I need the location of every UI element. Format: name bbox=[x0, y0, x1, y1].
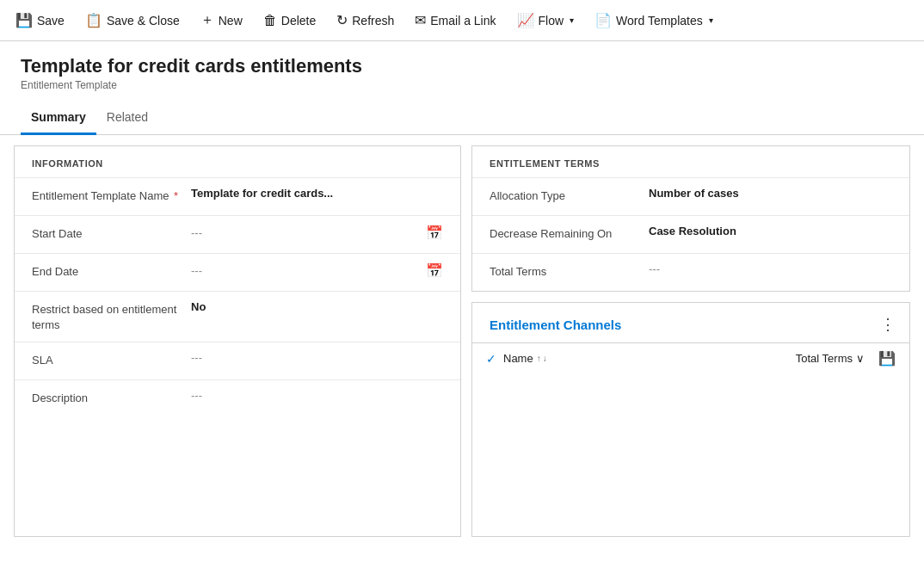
refresh-button[interactable]: ↻ Refresh bbox=[328, 7, 403, 34]
email-link-button[interactable]: ✉ Email a Link bbox=[406, 7, 504, 34]
channels-header: Entitlement Channels ⋮ bbox=[472, 303, 909, 342]
save-label: Save bbox=[37, 14, 65, 28]
field-row-sla: SLA --- bbox=[15, 342, 460, 379]
field-label-total-terms: Total Terms bbox=[490, 262, 649, 280]
required-star: * bbox=[174, 189, 178, 202]
save-close-button[interactable]: 📋 Save & Close bbox=[77, 7, 188, 34]
field-value-description[interactable]: --- bbox=[191, 389, 443, 402]
field-value-allocation-type[interactable]: Number of cases bbox=[649, 187, 892, 200]
field-row-allocation-type: Allocation Type Number of cases bbox=[472, 177, 909, 215]
sort-desc-icon[interactable]: ↓ bbox=[543, 354, 547, 363]
flow-button[interactable]: 📈 Flow ▾ bbox=[508, 7, 583, 34]
flow-chevron-icon: ▾ bbox=[570, 15, 574, 25]
tab-bar: Summary Related bbox=[0, 102, 924, 135]
channels-table-header: ✓ Name ↑ ↓ Total Terms ∨ 💾 bbox=[472, 342, 909, 373]
page-subtitle: Entitlement Template bbox=[21, 79, 903, 91]
field-value-total-terms[interactable]: --- bbox=[649, 262, 892, 275]
field-value-decrease-remaining[interactable]: Case Resolution bbox=[649, 225, 892, 237]
field-label-allocation-type: Allocation Type bbox=[490, 187, 649, 204]
name-sort-icons[interactable]: ↑ ↓ bbox=[537, 354, 547, 363]
sort-asc-icon[interactable]: ↑ bbox=[537, 354, 541, 363]
right-panel: ENTITLEMENT TERMS Allocation Type Number… bbox=[471, 145, 910, 537]
field-value-restrict[interactable]: No bbox=[191, 300, 443, 313]
tab-related[interactable]: Related bbox=[96, 102, 158, 135]
field-label-end-date: End Date bbox=[32, 262, 191, 280]
word-templates-button[interactable]: 📄 Word Templates ▾ bbox=[586, 7, 722, 34]
field-row-name: Entitlement Template Name * Template for… bbox=[15, 177, 460, 215]
flow-label: Flow bbox=[539, 14, 564, 28]
field-value-sla[interactable]: --- bbox=[191, 351, 443, 364]
field-row-start-date: Start Date --- 📅 bbox=[15, 215, 460, 253]
field-label-start-date: Start Date bbox=[32, 225, 191, 242]
field-label-description: Description bbox=[32, 389, 191, 406]
field-label-restrict: Restrict based on entitlement terms bbox=[32, 300, 191, 333]
field-label-decrease-remaining: Decrease Remaining On bbox=[490, 225, 649, 242]
email-link-label: Email a Link bbox=[430, 14, 496, 28]
field-row-restrict: Restrict based on entitlement terms No bbox=[15, 291, 460, 342]
new-label: New bbox=[219, 14, 243, 28]
information-panel: INFORMATION Entitlement Template Name * … bbox=[14, 145, 461, 537]
end-date-calendar-icon[interactable]: 📅 bbox=[426, 262, 443, 279]
save-close-label: Save & Close bbox=[107, 14, 180, 28]
toolbar: 💾 Save 📋 Save & Close ＋ New 🗑 Delete ↻ R… bbox=[0, 0, 924, 41]
field-label-name: Entitlement Template Name * bbox=[32, 187, 191, 204]
refresh-label: Refresh bbox=[352, 14, 394, 28]
save-grid-icon[interactable]: 💾 bbox=[878, 350, 896, 367]
total-terms-chevron-icon[interactable]: ∨ bbox=[856, 352, 865, 365]
page-title: Template for credit cards entitlements bbox=[21, 55, 903, 77]
save-icon: 💾 bbox=[15, 12, 33, 28]
field-row-total-terms: Total Terms --- bbox=[472, 253, 909, 291]
new-button[interactable]: ＋ New bbox=[192, 6, 251, 34]
word-templates-label: Word Templates bbox=[616, 14, 703, 28]
field-row-decrease-remaining: Decrease Remaining On Case Resolution bbox=[472, 215, 909, 253]
email-icon: ✉ bbox=[415, 12, 426, 28]
field-value-name[interactable]: Template for credit cards... bbox=[191, 187, 443, 200]
field-value-end-date[interactable]: --- 📅 bbox=[191, 262, 443, 279]
field-row-description: Description --- bbox=[15, 379, 460, 417]
delete-icon: 🗑 bbox=[263, 13, 277, 28]
field-value-start-date[interactable]: --- 📅 bbox=[191, 225, 443, 241]
entitlement-terms-title: ENTITLEMENT TERMS bbox=[472, 146, 909, 177]
entitlement-channels-card: Entitlement Channels ⋮ ✓ Name ↑ ↓ Total … bbox=[471, 302, 910, 537]
information-section-title: INFORMATION bbox=[15, 146, 460, 177]
delete-label: Delete bbox=[281, 14, 316, 28]
page-header: Template for credit cards entitlements E… bbox=[0, 41, 924, 91]
channels-menu-icon[interactable]: ⋮ bbox=[880, 315, 896, 334]
save-button[interactable]: 💾 Save bbox=[7, 7, 73, 34]
field-label-sla: SLA bbox=[32, 351, 191, 368]
start-date-calendar-icon[interactable]: 📅 bbox=[426, 225, 443, 241]
name-column-header[interactable]: Name ↑ ↓ bbox=[503, 352, 547, 365]
tab-summary[interactable]: Summary bbox=[21, 102, 96, 135]
table-checkmark-icon[interactable]: ✓ bbox=[486, 352, 496, 366]
word-templates-icon: 📄 bbox=[594, 12, 612, 28]
total-terms-column-header[interactable]: Total Terms ∨ bbox=[796, 352, 865, 365]
entitlement-terms-card: ENTITLEMENT TERMS Allocation Type Number… bbox=[471, 145, 910, 292]
refresh-icon: ↻ bbox=[336, 12, 348, 28]
main-content: INFORMATION Entitlement Template Name * … bbox=[0, 135, 924, 547]
channels-title: Entitlement Channels bbox=[490, 317, 621, 332]
save-close-icon: 📋 bbox=[85, 12, 102, 28]
field-row-end-date: End Date --- 📅 bbox=[15, 253, 460, 291]
new-icon: ＋ bbox=[200, 11, 214, 29]
delete-button[interactable]: 🗑 Delete bbox=[255, 8, 324, 34]
flow-icon: 📈 bbox=[517, 12, 534, 28]
word-templates-chevron-icon: ▾ bbox=[709, 15, 713, 25]
